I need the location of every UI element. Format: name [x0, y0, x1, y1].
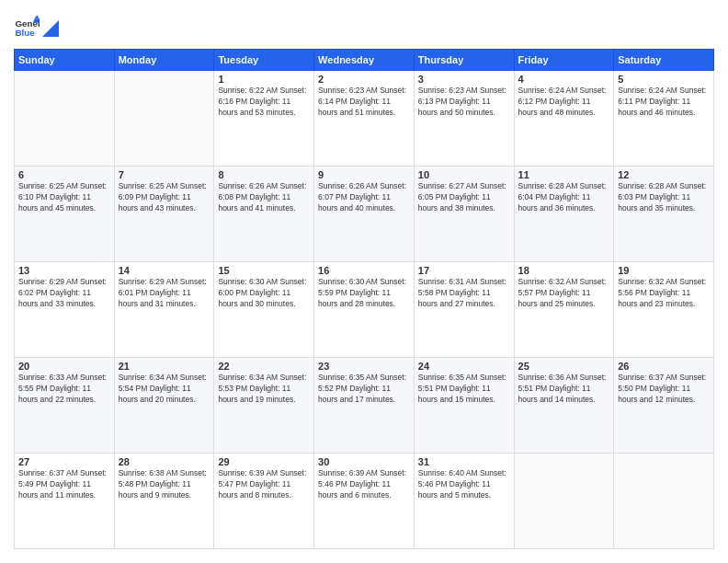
- day-info: Sunrise: 6:26 AM Sunset: 6:08 PM Dayligh…: [218, 181, 310, 214]
- calendar-cell: 23Sunrise: 6:35 AM Sunset: 5:52 PM Dayli…: [314, 358, 415, 454]
- day-info: Sunrise: 6:31 AM Sunset: 5:58 PM Dayligh…: [418, 277, 510, 310]
- weekday-header: Tuesday: [214, 50, 314, 71]
- svg-marker-4: [42, 20, 59, 37]
- day-info: Sunrise: 6:22 AM Sunset: 6:16 PM Dayligh…: [218, 86, 310, 119]
- calendar-cell: 21Sunrise: 6:34 AM Sunset: 5:54 PM Dayli…: [114, 358, 214, 454]
- calendar-cell: 22Sunrise: 6:34 AM Sunset: 5:53 PM Dayli…: [214, 358, 314, 454]
- calendar-cell: [614, 454, 714, 549]
- calendar-cell: 20Sunrise: 6:33 AM Sunset: 5:55 PM Dayli…: [15, 358, 115, 454]
- day-number: 23: [318, 361, 410, 372]
- calendar-cell: 16Sunrise: 6:30 AM Sunset: 5:59 PM Dayli…: [314, 262, 415, 358]
- calendar-cell: 29Sunrise: 6:39 AM Sunset: 5:47 PM Dayli…: [214, 454, 314, 549]
- day-info: Sunrise: 6:33 AM Sunset: 5:55 PM Dayligh…: [18, 373, 110, 406]
- day-info: Sunrise: 6:25 AM Sunset: 6:09 PM Dayligh…: [119, 181, 210, 214]
- weekday-header: Saturday: [614, 50, 714, 71]
- day-info: Sunrise: 6:30 AM Sunset: 6:00 PM Dayligh…: [218, 277, 310, 310]
- day-number: 4: [518, 74, 610, 85]
- logo: General Blue: [14, 14, 59, 40]
- day-number: 8: [218, 169, 310, 180]
- calendar-cell: 5Sunrise: 6:24 AM Sunset: 6:11 PM Daylig…: [614, 71, 714, 167]
- page: General Blue SundayMondayTuesdayW: [0, 0, 728, 563]
- day-number: 19: [618, 265, 710, 276]
- calendar-week-row: 27Sunrise: 6:37 AM Sunset: 5:49 PM Dayli…: [15, 454, 714, 549]
- calendar-table: SundayMondayTuesdayWednesdayThursdayFrid…: [14, 49, 714, 549]
- day-info: Sunrise: 6:35 AM Sunset: 5:52 PM Dayligh…: [318, 373, 410, 406]
- day-number: 1: [218, 74, 310, 85]
- logo-triangle: [42, 20, 59, 37]
- calendar-cell: 9Sunrise: 6:26 AM Sunset: 6:07 PM Daylig…: [314, 167, 415, 262]
- day-info: Sunrise: 6:23 AM Sunset: 6:13 PM Dayligh…: [418, 86, 510, 119]
- day-info: Sunrise: 6:28 AM Sunset: 6:04 PM Dayligh…: [518, 181, 610, 214]
- day-number: 12: [618, 169, 710, 180]
- calendar-cell: 28Sunrise: 6:38 AM Sunset: 5:48 PM Dayli…: [114, 454, 214, 549]
- calendar-week-row: 20Sunrise: 6:33 AM Sunset: 5:55 PM Dayli…: [15, 358, 714, 454]
- calendar-cell: 4Sunrise: 6:24 AM Sunset: 6:12 PM Daylig…: [514, 71, 614, 167]
- calendar-cell: [514, 454, 614, 549]
- calendar-cell: 17Sunrise: 6:31 AM Sunset: 5:58 PM Dayli…: [414, 262, 514, 358]
- day-info: Sunrise: 6:26 AM Sunset: 6:07 PM Dayligh…: [318, 181, 410, 214]
- day-info: Sunrise: 6:32 AM Sunset: 5:56 PM Dayligh…: [618, 277, 710, 310]
- day-info: Sunrise: 6:36 AM Sunset: 5:51 PM Dayligh…: [518, 373, 610, 406]
- day-info: Sunrise: 6:29 AM Sunset: 6:02 PM Dayligh…: [18, 277, 110, 310]
- calendar-cell: 11Sunrise: 6:28 AM Sunset: 6:04 PM Dayli…: [514, 167, 614, 262]
- day-number: 14: [119, 265, 210, 276]
- weekday-header: Friday: [514, 50, 614, 71]
- day-number: 3: [418, 74, 510, 85]
- calendar-cell: 25Sunrise: 6:36 AM Sunset: 5:51 PM Dayli…: [514, 358, 614, 454]
- calendar-week-row: 6Sunrise: 6:25 AM Sunset: 6:10 PM Daylig…: [15, 167, 714, 262]
- calendar-cell: 26Sunrise: 6:37 AM Sunset: 5:50 PM Dayli…: [614, 358, 714, 454]
- day-number: 5: [618, 74, 710, 85]
- day-number: 20: [18, 361, 110, 372]
- day-number: 28: [119, 456, 210, 467]
- day-number: 21: [119, 361, 210, 372]
- calendar-cell: [15, 71, 115, 167]
- day-info: Sunrise: 6:39 AM Sunset: 5:46 PM Dayligh…: [318, 468, 410, 501]
- day-number: 9: [318, 169, 410, 180]
- day-info: Sunrise: 6:28 AM Sunset: 6:03 PM Dayligh…: [618, 181, 710, 214]
- calendar-cell: 18Sunrise: 6:32 AM Sunset: 5:57 PM Dayli…: [514, 262, 614, 358]
- day-info: Sunrise: 6:23 AM Sunset: 6:14 PM Dayligh…: [318, 86, 410, 119]
- day-info: Sunrise: 6:29 AM Sunset: 6:01 PM Dayligh…: [119, 277, 210, 310]
- day-number: 13: [18, 265, 110, 276]
- calendar-cell: 10Sunrise: 6:27 AM Sunset: 6:05 PM Dayli…: [414, 167, 514, 262]
- calendar-cell: 12Sunrise: 6:28 AM Sunset: 6:03 PM Dayli…: [614, 167, 714, 262]
- day-info: Sunrise: 6:27 AM Sunset: 6:05 PM Dayligh…: [418, 181, 510, 214]
- calendar-cell: 8Sunrise: 6:26 AM Sunset: 6:08 PM Daylig…: [214, 167, 314, 262]
- day-number: 7: [119, 169, 210, 180]
- day-number: 25: [518, 361, 610, 372]
- day-number: 16: [318, 265, 410, 276]
- weekday-header: Sunday: [15, 50, 115, 71]
- day-info: Sunrise: 6:37 AM Sunset: 5:49 PM Dayligh…: [18, 468, 110, 501]
- calendar-cell: 6Sunrise: 6:25 AM Sunset: 6:10 PM Daylig…: [15, 167, 115, 262]
- day-number: 30: [318, 456, 410, 467]
- day-number: 17: [418, 265, 510, 276]
- calendar-cell: 7Sunrise: 6:25 AM Sunset: 6:09 PM Daylig…: [114, 167, 214, 262]
- day-info: Sunrise: 6:37 AM Sunset: 5:50 PM Dayligh…: [618, 373, 710, 406]
- day-info: Sunrise: 6:25 AM Sunset: 6:10 PM Dayligh…: [18, 181, 110, 214]
- day-info: Sunrise: 6:35 AM Sunset: 5:51 PM Dayligh…: [418, 373, 510, 406]
- day-info: Sunrise: 6:30 AM Sunset: 5:59 PM Dayligh…: [318, 277, 410, 310]
- day-number: 11: [518, 169, 610, 180]
- day-info: Sunrise: 6:24 AM Sunset: 6:12 PM Dayligh…: [518, 86, 610, 119]
- day-number: 15: [218, 265, 310, 276]
- day-info: Sunrise: 6:24 AM Sunset: 6:11 PM Dayligh…: [618, 86, 710, 119]
- weekday-header: Thursday: [414, 50, 514, 71]
- svg-text:Blue: Blue: [15, 28, 35, 38]
- weekday-header: Monday: [114, 50, 214, 71]
- calendar-cell: [114, 71, 214, 167]
- day-number: 26: [618, 361, 710, 372]
- calendar-cell: 27Sunrise: 6:37 AM Sunset: 5:49 PM Dayli…: [15, 454, 115, 549]
- day-info: Sunrise: 6:38 AM Sunset: 5:48 PM Dayligh…: [119, 468, 210, 501]
- header: General Blue: [14, 14, 714, 40]
- calendar-body: 1Sunrise: 6:22 AM Sunset: 6:16 PM Daylig…: [15, 71, 714, 549]
- calendar-cell: 3Sunrise: 6:23 AM Sunset: 6:13 PM Daylig…: [414, 71, 514, 167]
- day-number: 27: [18, 456, 110, 467]
- day-info: Sunrise: 6:34 AM Sunset: 5:54 PM Dayligh…: [119, 373, 210, 406]
- calendar-header-row: SundayMondayTuesdayWednesdayThursdayFrid…: [15, 50, 714, 71]
- day-number: 10: [418, 169, 510, 180]
- calendar-cell: 24Sunrise: 6:35 AM Sunset: 5:51 PM Dayli…: [414, 358, 514, 454]
- weekday-header: Wednesday: [314, 50, 415, 71]
- svg-marker-2: [34, 15, 40, 18]
- calendar-week-row: 13Sunrise: 6:29 AM Sunset: 6:02 PM Dayli…: [15, 262, 714, 358]
- day-info: Sunrise: 6:40 AM Sunset: 5:46 PM Dayligh…: [418, 468, 510, 501]
